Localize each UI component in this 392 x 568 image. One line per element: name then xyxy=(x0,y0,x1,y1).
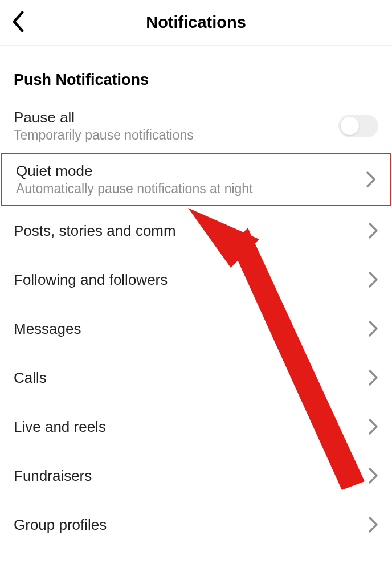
chevron-right-icon xyxy=(366,171,376,188)
chevron-right-icon xyxy=(368,271,378,288)
row-quiet-mode[interactable]: Quiet mode Automatically pause notificat… xyxy=(1,153,391,206)
chevron-right-icon xyxy=(368,467,378,484)
row-pause-all[interactable]: Pause all Temporarily pause notification… xyxy=(0,99,392,153)
chevron-right-icon xyxy=(368,516,378,533)
page-title: Notifications xyxy=(0,13,392,32)
back-button[interactable] xyxy=(7,11,30,34)
row-calls[interactable]: Calls xyxy=(0,353,392,402)
row-label: Posts, stories and comm xyxy=(14,222,176,240)
notifications-settings-screen: Notifications Push Notifications Pause a… xyxy=(0,0,392,568)
push-notifications-section: Push Notifications Pause all Temporarily… xyxy=(0,46,392,549)
row-label: Group profiles xyxy=(14,516,107,534)
row-label: Messages xyxy=(14,320,81,338)
chevron-right-icon xyxy=(368,222,378,239)
header-bar: Notifications xyxy=(0,0,392,46)
row-label: Fundraisers xyxy=(14,467,92,485)
chevron-left-icon xyxy=(12,11,24,34)
row-live-reels[interactable]: Live and reels xyxy=(0,402,392,451)
chevron-right-icon xyxy=(368,369,378,386)
pause-all-toggle[interactable] xyxy=(338,115,378,137)
row-label: Following and followers xyxy=(14,271,168,289)
row-fundraisers[interactable]: Fundraisers xyxy=(0,451,392,500)
row-text: Pause all Temporarily pause notification… xyxy=(14,109,194,143)
row-group-profiles[interactable]: Group profiles xyxy=(0,500,392,549)
row-text: Quiet mode Automatically pause notificat… xyxy=(16,162,253,197)
row-messages[interactable]: Messages xyxy=(0,304,392,353)
row-following-followers[interactable]: Following and followers xyxy=(0,255,392,304)
section-title: Push Notifications xyxy=(0,71,392,99)
chevron-right-icon xyxy=(368,320,378,337)
row-label: Live and reels xyxy=(14,418,106,436)
row-label: Pause all xyxy=(14,109,194,126)
row-label: Quiet mode xyxy=(16,162,253,180)
row-label: Calls xyxy=(14,369,47,387)
row-sublabel: Temporarily pause notifications xyxy=(14,128,194,143)
row-sublabel: Automatically pause notifications at nig… xyxy=(16,181,253,197)
row-posts-stories-comments[interactable]: Posts, stories and comm xyxy=(0,206,392,255)
chevron-right-icon xyxy=(368,418,378,435)
